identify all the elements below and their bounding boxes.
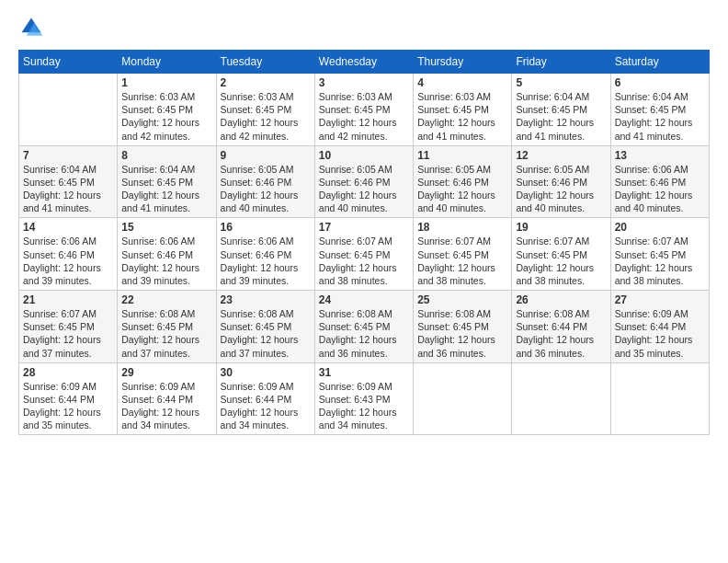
day-number: 21 [23, 293, 113, 306]
logo-icon [18, 15, 44, 40]
calendar-cell: 29Sunrise: 6:09 AM Sunset: 6:44 PM Dayli… [118, 362, 216, 435]
day-info: Sunrise: 6:09 AM Sunset: 6:44 PM Dayligh… [615, 307, 705, 360]
calendar-cell: 20Sunrise: 6:07 AM Sunset: 6:45 PM Dayli… [610, 218, 709, 291]
calendar-cell: 1Sunrise: 6:03 AM Sunset: 6:45 PM Daylig… [118, 74, 216, 146]
calendar-cell: 23Sunrise: 6:08 AM Sunset: 6:45 PM Dayli… [216, 291, 314, 363]
calendar-cell: 12Sunrise: 6:05 AM Sunset: 6:46 PM Dayli… [512, 145, 610, 218]
day-info: Sunrise: 6:06 AM Sunset: 6:46 PM Dayligh… [221, 235, 311, 287]
day-info: Sunrise: 6:06 AM Sunset: 6:46 PM Dayligh… [23, 235, 113, 287]
day-number: 18 [417, 221, 507, 234]
day-number: 3 [319, 76, 409, 89]
calendar-week-row: 21Sunrise: 6:07 AM Sunset: 6:45 PM Dayli… [19, 291, 710, 363]
day-number: 14 [23, 221, 113, 234]
day-number: 5 [516, 76, 606, 89]
calendar-week-row: 7Sunrise: 6:04 AM Sunset: 6:45 PM Daylig… [19, 145, 710, 218]
calendar-cell: 17Sunrise: 6:07 AM Sunset: 6:45 PM Dayli… [314, 218, 413, 291]
day-info: Sunrise: 6:08 AM Sunset: 6:45 PM Dayligh… [121, 307, 211, 360]
day-number: 2 [221, 76, 311, 89]
calendar-day-header: Friday [512, 51, 610, 74]
calendar-cell [19, 74, 118, 146]
calendar-cell [512, 362, 610, 435]
day-number: 19 [516, 221, 606, 234]
calendar-cell: 2Sunrise: 6:03 AM Sunset: 6:45 PM Daylig… [216, 74, 314, 146]
day-info: Sunrise: 6:09 AM Sunset: 6:43 PM Dayligh… [319, 380, 409, 432]
day-info: Sunrise: 6:07 AM Sunset: 6:45 PM Dayligh… [23, 307, 113, 360]
calendar-cell: 11Sunrise: 6:05 AM Sunset: 6:46 PM Dayli… [414, 145, 512, 218]
calendar-cell: 28Sunrise: 6:09 AM Sunset: 6:44 PM Dayli… [19, 362, 118, 435]
header [18, 15, 710, 40]
calendar-header-row: SundayMondayTuesdayWednesdayThursdayFrid… [19, 51, 710, 74]
calendar-cell: 30Sunrise: 6:09 AM Sunset: 6:44 PM Dayli… [216, 362, 314, 435]
day-number: 17 [319, 221, 409, 234]
calendar-cell: 6Sunrise: 6:04 AM Sunset: 6:45 PM Daylig… [610, 74, 709, 146]
calendar-cell: 13Sunrise: 6:06 AM Sunset: 6:46 PM Dayli… [610, 145, 709, 218]
day-info: Sunrise: 6:05 AM Sunset: 6:46 PM Dayligh… [417, 163, 507, 215]
day-number: 4 [417, 76, 507, 89]
calendar-cell: 25Sunrise: 6:08 AM Sunset: 6:45 PM Dayli… [414, 291, 512, 363]
day-info: Sunrise: 6:03 AM Sunset: 6:45 PM Dayligh… [319, 90, 409, 143]
day-info: Sunrise: 6:05 AM Sunset: 6:46 PM Dayligh… [516, 163, 606, 215]
logo [18, 15, 46, 40]
calendar-cell: 9Sunrise: 6:05 AM Sunset: 6:46 PM Daylig… [216, 145, 314, 218]
day-info: Sunrise: 6:04 AM Sunset: 6:45 PM Dayligh… [615, 90, 705, 143]
calendar-cell: 5Sunrise: 6:04 AM Sunset: 6:45 PM Daylig… [512, 74, 610, 146]
calendar-week-row: 28Sunrise: 6:09 AM Sunset: 6:44 PM Dayli… [19, 362, 710, 435]
calendar-day-header: Wednesday [314, 51, 413, 74]
day-info: Sunrise: 6:04 AM Sunset: 6:45 PM Dayligh… [121, 163, 211, 215]
day-number: 7 [23, 149, 113, 162]
calendar-day-header: Sunday [19, 51, 118, 74]
day-info: Sunrise: 6:07 AM Sunset: 6:45 PM Dayligh… [516, 235, 606, 287]
day-number: 27 [615, 293, 705, 306]
calendar-cell: 4Sunrise: 6:03 AM Sunset: 6:45 PM Daylig… [414, 74, 512, 146]
calendar-day-header: Thursday [414, 51, 512, 74]
calendar-cell [414, 362, 512, 435]
calendar-cell: 19Sunrise: 6:07 AM Sunset: 6:45 PM Dayli… [512, 218, 610, 291]
calendar-cell: 22Sunrise: 6:08 AM Sunset: 6:45 PM Dayli… [118, 291, 216, 363]
calendar-cell [610, 362, 709, 435]
day-number: 22 [121, 293, 211, 306]
day-info: Sunrise: 6:06 AM Sunset: 6:46 PM Dayligh… [615, 163, 705, 215]
calendar-week-row: 1Sunrise: 6:03 AM Sunset: 6:45 PM Daylig… [19, 74, 710, 146]
day-number: 13 [615, 149, 705, 162]
calendar-cell: 27Sunrise: 6:09 AM Sunset: 6:44 PM Dayli… [610, 291, 709, 363]
day-info: Sunrise: 6:08 AM Sunset: 6:44 PM Dayligh… [516, 307, 606, 360]
calendar-cell: 26Sunrise: 6:08 AM Sunset: 6:44 PM Dayli… [512, 291, 610, 363]
day-info: Sunrise: 6:07 AM Sunset: 6:45 PM Dayligh… [319, 235, 409, 287]
day-number: 16 [221, 221, 311, 234]
calendar-cell: 18Sunrise: 6:07 AM Sunset: 6:45 PM Dayli… [414, 218, 512, 291]
day-number: 31 [319, 366, 409, 379]
day-number: 30 [221, 366, 311, 379]
day-number: 23 [221, 293, 311, 306]
day-info: Sunrise: 6:03 AM Sunset: 6:45 PM Dayligh… [121, 90, 211, 143]
day-info: Sunrise: 6:09 AM Sunset: 6:44 PM Dayligh… [23, 380, 113, 432]
day-info: Sunrise: 6:03 AM Sunset: 6:45 PM Dayligh… [417, 90, 507, 143]
calendar-cell: 3Sunrise: 6:03 AM Sunset: 6:45 PM Daylig… [314, 74, 413, 146]
day-info: Sunrise: 6:09 AM Sunset: 6:44 PM Dayligh… [221, 380, 311, 432]
calendar-cell: 8Sunrise: 6:04 AM Sunset: 6:45 PM Daylig… [118, 145, 216, 218]
day-info: Sunrise: 6:04 AM Sunset: 6:45 PM Dayligh… [516, 90, 606, 143]
day-number: 28 [23, 366, 113, 379]
calendar-cell: 15Sunrise: 6:06 AM Sunset: 6:46 PM Dayli… [118, 218, 216, 291]
day-info: Sunrise: 6:07 AM Sunset: 6:45 PM Dayligh… [615, 235, 705, 287]
day-number: 24 [319, 293, 409, 306]
day-number: 29 [121, 366, 211, 379]
calendar-cell: 7Sunrise: 6:04 AM Sunset: 6:45 PM Daylig… [19, 145, 118, 218]
calendar-day-header: Saturday [610, 51, 709, 74]
day-number: 1 [121, 76, 211, 89]
day-number: 10 [319, 149, 409, 162]
day-number: 12 [516, 149, 606, 162]
day-info: Sunrise: 6:06 AM Sunset: 6:46 PM Dayligh… [121, 235, 211, 287]
calendar-cell: 21Sunrise: 6:07 AM Sunset: 6:45 PM Dayli… [19, 291, 118, 363]
calendar-table: SundayMondayTuesdayWednesdayThursdayFrid… [18, 50, 710, 435]
calendar-cell: 31Sunrise: 6:09 AM Sunset: 6:43 PM Dayli… [314, 362, 413, 435]
day-number: 9 [221, 149, 311, 162]
day-info: Sunrise: 6:05 AM Sunset: 6:46 PM Dayligh… [319, 163, 409, 215]
calendar-cell: 16Sunrise: 6:06 AM Sunset: 6:46 PM Dayli… [216, 218, 314, 291]
day-number: 26 [516, 293, 606, 306]
day-info: Sunrise: 6:08 AM Sunset: 6:45 PM Dayligh… [221, 307, 311, 360]
day-number: 11 [417, 149, 507, 162]
day-number: 15 [121, 221, 211, 234]
day-info: Sunrise: 6:09 AM Sunset: 6:44 PM Dayligh… [121, 380, 211, 432]
day-info: Sunrise: 6:04 AM Sunset: 6:45 PM Dayligh… [23, 163, 113, 215]
day-number: 6 [615, 76, 705, 89]
